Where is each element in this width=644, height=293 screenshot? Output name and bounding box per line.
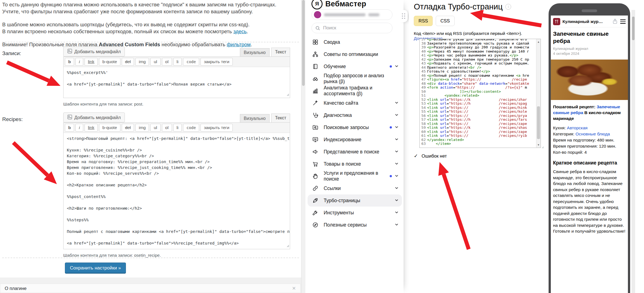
- site-title[interactable]: Кулинарный жур…: [562, 19, 610, 24]
- category-link[interactable]: Основные блюда: [575, 132, 610, 136]
- sidebar-item-качество[interactable]: Качество сайта: [308, 97, 402, 109]
- quicktag-img[interactable]: img: [135, 124, 149, 132]
- preview-scrollbar[interactable]: [632, 10, 635, 293]
- scroll-down-icon[interactable]: ▼: [536, 143, 541, 147]
- quicktag-закрыть-теги[interactable]: закрыть теги: [201, 124, 233, 132]
- media-icon: [67, 49, 72, 55]
- code-scrollbar-thumb[interactable]: [537, 106, 540, 139]
- quicktag-code[interactable]: code: [183, 58, 199, 66]
- quicktag-li[interactable]: li: [173, 124, 182, 132]
- wand-icon: [312, 100, 319, 106]
- tab-css[interactable]: CSS: [436, 16, 455, 26]
- tab-rss[interactable]: RSS: [414, 16, 433, 26]
- sidebar-item-label: Обучение: [324, 64, 346, 70]
- quicktag-del[interactable]: del: [122, 124, 134, 132]
- sidebar-item-индексирование[interactable]: Индексирование: [308, 133, 402, 146]
- quicktag-b[interactable]: b: [65, 58, 74, 66]
- code-line: 63 </item>: [420, 142, 536, 146]
- line-number: 46: [420, 74, 427, 78]
- sidebar-drag-handle[interactable]: [399, 10, 408, 22]
- preview-scrollbar-thumb[interactable]: [632, 17, 635, 40]
- sidebar-item-диагностика[interactable]: Диагностика: [308, 109, 402, 121]
- wp-scrollbar-thumb[interactable]: [302, 0, 305, 86]
- post-template-textarea[interactable]: %%post_excerpt%%' <a href="[yt-permalink…: [64, 67, 290, 98]
- resize-grip-icon[interactable]: [286, 243, 289, 248]
- monitor-icon: [312, 136, 319, 143]
- sidebar-item-полезные[interactable]: Полезные сервисы: [308, 219, 402, 231]
- sidebar-item-аналитика[interactable]: Аналитика трафика и ассортимента (β): [308, 85, 402, 97]
- intro-text: То есть данную функцию плагина можно исп…: [2, 2, 276, 7]
- site-logo-icon[interactable]: [553, 18, 560, 25]
- share-icon[interactable]: [612, 18, 618, 25]
- tab-text[interactable]: Текст: [271, 48, 290, 57]
- quicktag-b[interactable]: b: [65, 124, 74, 132]
- quicktag-i[interactable]: i: [75, 124, 83, 132]
- quicktag-закрыть-теги[interactable]: закрыть теги: [201, 58, 233, 66]
- search-input[interactable]: Поиск: [311, 23, 392, 33]
- sidebar-item-товары[interactable]: Товары в поиске: [308, 158, 402, 170]
- tab-visual[interactable]: Визуально: [240, 114, 270, 123]
- quicktag-ol[interactable]: ol: [162, 58, 172, 66]
- post-template-hint: Шаблон контента для типа записи: post.: [63, 102, 290, 107]
- sidebar-item-label: Ссылки: [324, 186, 341, 191]
- recipe-template-editor: Добавить медиафайл Визуально Текст bilin…: [63, 111, 290, 258]
- info-icon[interactable]: i: [505, 4, 511, 10]
- quicktag-ul[interactable]: ul: [150, 124, 160, 132]
- quicktag-li[interactable]: li: [173, 58, 182, 66]
- quicktag-ul[interactable]: ul: [150, 58, 160, 66]
- line-number: 45: [420, 70, 427, 74]
- phone-frame: Кулинарный жур… Запеченые свиные ребра К…: [549, 3, 630, 293]
- resize-grip-icon[interactable]: [286, 92, 289, 97]
- yandex-logo-icon: Я: [311, 0, 323, 9]
- wp-scrollbar[interactable]: [301, 0, 305, 293]
- quicktag-del[interactable]: del: [122, 58, 134, 66]
- quicktag-b-quote[interactable]: b-quote: [99, 124, 120, 132]
- sidebar-item-ссылки[interactable]: Ссылки: [308, 182, 402, 194]
- quicktag-link[interactable]: link: [85, 58, 98, 66]
- quicktag-b-quote[interactable]: b-quote: [99, 58, 120, 66]
- tab-text[interactable]: Текст: [271, 114, 290, 123]
- add-media-button[interactable]: Добавить медиафайл: [63, 112, 125, 122]
- phone-speaker: [582, 9, 597, 12]
- quicktag-link[interactable]: link: [85, 124, 98, 132]
- recipe-photo: [551, 60, 628, 100]
- sidebar-item-обучение[interactable]: Обучение: [308, 60, 402, 73]
- code-line: 48<div data-block="share" data-network="…: [420, 82, 536, 86]
- close-icon[interactable]: ✕: [292, 286, 296, 291]
- sidebar-item-поисковые[interactable]: Поисковые запросы: [308, 121, 402, 133]
- chevron-down-icon: [395, 100, 399, 106]
- code-resize-grip-icon[interactable]: [541, 145, 544, 150]
- sidebar-item-инструменты[interactable]: Инструменты: [308, 207, 402, 219]
- site-selector[interactable]: [311, 9, 392, 20]
- search-icon: [315, 25, 320, 31]
- menu-icon[interactable]: [620, 19, 626, 24]
- rss-code-viewer[interactable]: 37<p>Возьмите рукав для запекания, закре…: [419, 39, 541, 148]
- cart-icon: [312, 161, 319, 167]
- quicktag-code[interactable]: code: [183, 124, 199, 132]
- add-media-button[interactable]: Добавить медиафайл: [63, 47, 125, 56]
- sidebar-item-услуги[interactable]: Услуги и предложения в поиске: [308, 170, 402, 182]
- site-avatar: [314, 11, 321, 18]
- scroll-up-icon[interactable]: ▲: [536, 40, 541, 44]
- code-line: 53<link url="https://h /recipes/spag: [420, 102, 536, 106]
- quicktag-i[interactable]: i: [75, 58, 83, 66]
- shortcodes-list-link[interactable]: здесь: [233, 29, 247, 34]
- sidebar-item-label: Аналитика трафика и ассортимента (β): [324, 85, 372, 97]
- sidebar-item-сводка[interactable]: Сводка: [308, 36, 402, 48]
- quicktag-img[interactable]: img: [135, 58, 149, 66]
- webmaster-logo[interactable]: Я Вебмастер: [311, 0, 366, 9]
- sidebar-item-советы[interactable]: Советы по оптимизации: [308, 48, 402, 60]
- code-line: 59<link url="https://k /recipes/shas: [420, 126, 536, 130]
- save-settings-button[interactable]: Сохранить настройки »: [65, 263, 126, 274]
- recipe-template-textarea[interactable]: <strong>Пошаговый рецепт: <a href="[yt-p…: [64, 133, 290, 249]
- quicktag-ol[interactable]: ol: [162, 124, 172, 132]
- cuisine-link[interactable]: Авторская: [567, 125, 587, 130]
- code-scrollbar[interactable]: ▲ ▼: [536, 39, 541, 148]
- about-plugin-title: О плагине: [5, 286, 27, 291]
- sidebar-item-label: Полезные сервисы: [324, 222, 367, 228]
- tab-visual[interactable]: Визуально: [240, 48, 270, 57]
- sidebar-item-представление[interactable]: Представление в поиске: [308, 146, 402, 158]
- sidebar-item-подбор[interactable]: Подбор запросов и анализ рынка (β): [308, 73, 402, 85]
- line-number: 40: [420, 50, 427, 54]
- sidebar-item-турбо-страницы[interactable]: Турбо-страницы: [308, 194, 402, 207]
